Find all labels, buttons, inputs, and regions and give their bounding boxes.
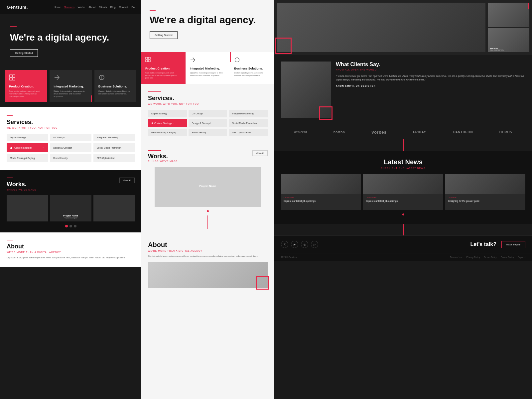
news-pagination-dot <box>402 213 404 215</box>
mid-service-content[interactable]: ◆ Content Strategy → <box>148 119 187 127</box>
footer-links: Terms of use Privacy Policy Return Polic… <box>450 256 525 258</box>
svg-rect-9 <box>148 60 150 62</box>
footer-link-terms[interactable]: Terms of use <box>450 256 462 258</box>
latest-news-section: Latest News CHECK OUT OUR LATEST NEWS CA… <box>274 151 532 224</box>
service-media-planing[interactable]: Media Planing & Buying <box>7 154 48 162</box>
mid-card-product-title: Product Creation. <box>145 67 182 70</box>
mid-view-all-button[interactable]: View All <box>252 150 268 156</box>
card-marketing-border <box>91 95 92 102</box>
service-social-media[interactable]: Social Media Promotion <box>93 143 135 152</box>
footer-link-support[interactable]: Support <box>518 256 525 258</box>
service-digital-strategy[interactable]: Digital Strategy <box>7 134 48 141</box>
works-view-all-button[interactable]: View All <box>119 178 135 183</box>
hero-cta-button[interactable]: Getting Started <box>10 49 38 57</box>
about-text: Dignissim at do, ipsum scelerisque amet … <box>7 256 135 259</box>
footer-link-return[interactable]: Return Policy <box>484 256 497 258</box>
card-product: Product Creation. Cras mattis iudicium p… <box>5 70 47 102</box>
dot-1[interactable] <box>65 225 68 227</box>
footer-divider <box>403 224 404 235</box>
footer-link-cookie[interactable]: Cookie Policy <box>501 256 514 258</box>
mid-card-marketing: Integrated Marketing. Digital first mark… <box>186 52 230 84</box>
mid-service-social[interactable]: Social Media Promotion <box>229 119 268 127</box>
testimonial-subtitle: FROM ALL OVER THE WORLD <box>336 68 525 71</box>
works-subtitle: THINGS WE'VE MADE <box>7 189 37 191</box>
works-pagination <box>7 225 135 227</box>
nav-about[interactable]: About <box>88 6 95 9</box>
footer-link-privacy[interactable]: Privacy Policy <box>466 256 480 258</box>
mid-card-product-text: Cras mattis iudicium purus sit amet ferm… <box>145 72 182 79</box>
card-business-title: Business Solutions. <box>98 85 132 88</box>
footer-cta-button[interactable]: Make enquiry <box>501 241 525 248</box>
screenshot-wrapper: Gentium. Home Services Works About Clien… <box>0 0 532 399</box>
nav-services[interactable]: Services <box>64 6 74 9</box>
nav-contact[interactable]: Contact <box>119 6 128 9</box>
mid-service-ux[interactable]: UX Design <box>189 110 227 117</box>
news-card-1-image <box>281 174 361 194</box>
social-twitter[interactable]: 𝕏 <box>281 241 288 248</box>
mid-work-thumbnail[interactable]: Project Name Project Category <box>155 167 261 207</box>
about-title: About <box>7 243 135 250</box>
service-content-strategy[interactable]: ◆ Content Strategy → <box>7 143 48 152</box>
social-instagram[interactable]: ◎ <box>301 241 308 248</box>
news-card-3-category: DESIGN <box>448 197 523 199</box>
dot-2[interactable] <box>69 225 72 227</box>
copyright-text: 2023 © Gentium. <box>281 256 297 258</box>
work-thumb-1[interactable] <box>7 195 48 221</box>
nav-links: Home Services Works About Clients Blog C… <box>54 6 135 9</box>
mid-service-digital[interactable]: Digital Strategy <box>148 110 187 117</box>
mid-works-header: Works. THINGS WE'VE MADE View All <box>148 150 268 162</box>
social-youtube[interactable]: ▶ <box>291 241 298 248</box>
news-divider <box>403 139 404 151</box>
small-image-label: Item Title ITEM DESCRIPTION <box>490 48 504 51</box>
service-integrated-marketing[interactable]: Integrated Marketing <box>93 134 135 141</box>
mid-card-product: Product Creation. Cras mattis iudicium p… <box>141 52 186 84</box>
mid-hero-cta-button[interactable]: Getting Started <box>150 31 178 39</box>
mid-service-brand[interactable]: Brand Identity <box>189 129 227 136</box>
mid-service-design[interactable]: Design & Concept <box>189 119 227 127</box>
brand-norton: norton <box>333 130 345 134</box>
mid-service-seo[interactable]: SEO Optimization <box>229 129 268 136</box>
dot-3[interactable] <box>74 225 76 227</box>
img-desc: ITEM DESCRIPTION <box>490 50 504 51</box>
nav-clients[interactable]: Clients <box>99 6 107 9</box>
work-thumb-2[interactable]: Project Name Project Category <box>50 195 91 221</box>
service-ux-design[interactable]: UX Design <box>50 134 91 141</box>
news-card-3-body: DESIGN Designing for the greater good <box>445 194 525 205</box>
card-marketing-text: Digital first marketing campaigns to dri… <box>54 90 87 98</box>
mid-service-marketing[interactable]: Integrated Marketing <box>229 110 268 117</box>
mid-works-title-group: Works. THINGS WE'VE MADE <box>148 150 178 162</box>
news-card-2-title: Explore our latest job openings <box>366 200 441 202</box>
social-links: 𝕏 ▶ ◎ ▷ <box>281 241 318 248</box>
news-card-2-body: CAREERS Explore our latest job openings … <box>363 194 443 210</box>
services-title: Services. <box>7 119 135 126</box>
works-title: Works. <box>7 181 37 188</box>
services-grid: Digital Strategy UX Design Integrated Ma… <box>7 134 135 162</box>
svg-rect-0 <box>10 75 12 77</box>
news-card-3[interactable]: DESIGN Designing for the greater good <box>445 174 525 210</box>
nav-works[interactable]: Works <box>78 6 85 9</box>
news-card-1[interactable]: CAREERS Explore our latest job openings <box>281 174 361 210</box>
services-subtitle: WE WORK WITH YOU, NOT FOR YOU <box>7 127 135 129</box>
mid-card-marketing-border <box>230 52 231 62</box>
news-card-2[interactable]: CAREERS Explore our latest job openings … <box>363 174 443 210</box>
works-accent <box>7 178 13 178</box>
social-vimeo[interactable]: ▷ <box>311 241 318 248</box>
left-hero-section: We're a digital agency. Getting Started <box>0 14 141 64</box>
svg-rect-1 <box>13 75 15 77</box>
mid-works-title: Works. <box>148 153 178 160</box>
service-design-concept[interactable]: Design & Concept <box>50 143 91 152</box>
mid-divider <box>207 215 208 229</box>
service-brand-identity[interactable]: Brand Identity <box>50 154 91 162</box>
mid-services-grid: Digital Strategy UX Design Integrated Ma… <box>148 110 268 136</box>
nav-blog[interactable]: Blog <box>110 6 116 9</box>
testimonial-image <box>281 62 331 118</box>
nav-lang[interactable]: En <box>131 6 135 9</box>
nav-home[interactable]: Home <box>54 6 61 9</box>
mid-about-text: Dignissim at do, ipsum scelerisque amet … <box>148 255 268 258</box>
mid-work-name: Project Name <box>199 185 216 188</box>
mid-cards: Product Creation. Cras mattis iudicium p… <box>141 52 274 84</box>
mid-service-media[interactable]: Media Planing & Buying <box>148 129 187 136</box>
work-thumb-3[interactable] <box>93 195 135 221</box>
service-seo[interactable]: SEO Optimization <box>93 154 135 162</box>
services-accent <box>7 115 13 116</box>
